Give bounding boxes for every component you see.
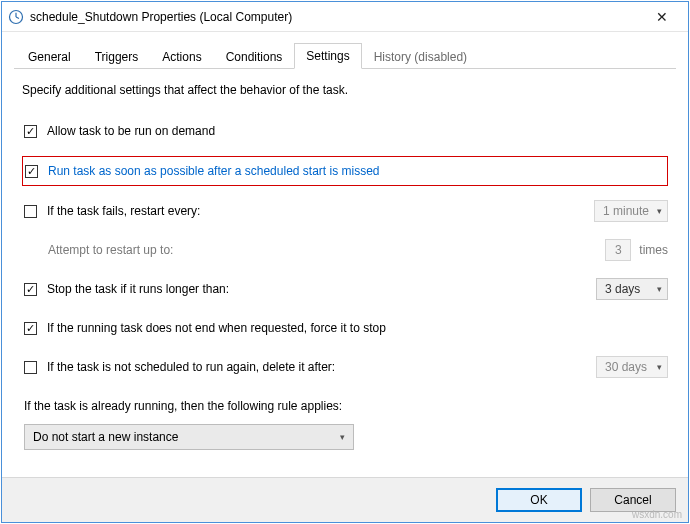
dropdown-delete-after-value: 30 days (605, 360, 647, 374)
label-stop-if-longer: Stop the task if it runs longer than: (47, 282, 229, 296)
chevron-down-icon: ▾ (657, 284, 662, 294)
tab-history[interactable]: History (disabled) (362, 44, 479, 69)
dropdown-restart-interval[interactable]: 1 minute ▾ (594, 200, 668, 222)
window-title: schedule_Shutdown Properties (Local Comp… (30, 10, 642, 24)
row-delete-after: If the task is not scheduled to run agai… (22, 353, 668, 381)
row-already-running-label: If the task is already running, then the… (22, 392, 668, 420)
dropdown-stop-duration-value: 3 days (605, 282, 640, 296)
checkbox-delete-after[interactable] (24, 361, 37, 374)
dropdown-delete-after[interactable]: 30 days ▾ (596, 356, 668, 378)
dropdown-already-running-rule[interactable]: Do not start a new instance ▾ (24, 424, 354, 450)
settings-intro: Specify additional settings that affect … (22, 83, 668, 97)
checkbox-run-asap[interactable] (25, 165, 38, 178)
label-already-running: If the task is already running, then the… (24, 399, 342, 413)
label-allow-on-demand: Allow task to be run on demand (47, 124, 215, 138)
tab-strip: General Triggers Actions Conditions Sett… (14, 42, 676, 69)
row-stop-if-longer: Stop the task if it runs longer than: 3 … (22, 275, 668, 303)
label-run-asap: Run task as soon as possible after a sch… (48, 164, 380, 178)
chevron-down-icon: ▾ (657, 362, 662, 372)
checkbox-if-fails[interactable] (24, 205, 37, 218)
dropdown-already-running-value: Do not start a new instance (33, 430, 178, 444)
row-run-asap: Run task as soon as possible after a sch… (22, 156, 668, 186)
label-times: times (639, 243, 668, 257)
label-delete-after: If the task is not scheduled to run agai… (47, 360, 335, 374)
tab-general[interactable]: General (16, 44, 83, 69)
label-if-fails: If the task fails, restart every: (47, 204, 200, 218)
close-button[interactable]: ✕ (642, 3, 682, 31)
properties-dialog: schedule_Shutdown Properties (Local Comp… (1, 1, 689, 523)
settings-panel: Specify additional settings that affect … (14, 69, 676, 473)
ok-button[interactable]: OK (496, 488, 582, 512)
label-force-stop: If the running task does not end when re… (47, 321, 386, 335)
task-scheduler-icon (8, 9, 24, 25)
watermark: wsxdn.com (632, 509, 682, 520)
dialog-footer: OK Cancel (2, 477, 688, 522)
titlebar: schedule_Shutdown Properties (Local Comp… (2, 2, 688, 32)
checkbox-force-stop[interactable] (24, 322, 37, 335)
dropdown-stop-duration[interactable]: 3 days ▾ (596, 278, 668, 300)
tab-triggers[interactable]: Triggers (83, 44, 151, 69)
label-attempt-restart: Attempt to restart up to: (48, 243, 173, 257)
chevron-down-icon: ▾ (340, 432, 345, 442)
checkbox-allow-on-demand[interactable] (24, 125, 37, 138)
checkbox-stop-if-longer[interactable] (24, 283, 37, 296)
chevron-down-icon: ▾ (657, 206, 662, 216)
tab-conditions[interactable]: Conditions (214, 44, 295, 69)
dropdown-restart-interval-value: 1 minute (603, 204, 649, 218)
input-attempt-count[interactable]: 3 (605, 239, 631, 261)
tab-actions[interactable]: Actions (150, 44, 213, 69)
tab-settings[interactable]: Settings (294, 43, 361, 69)
row-if-fails-restart: If the task fails, restart every: 1 minu… (22, 197, 668, 225)
row-allow-on-demand: Allow task to be run on demand (22, 117, 668, 145)
row-attempt-restart: Attempt to restart up to: 3 times (22, 236, 668, 264)
dialog-content: General Triggers Actions Conditions Sett… (2, 32, 688, 477)
row-force-stop: If the running task does not end when re… (22, 314, 668, 342)
